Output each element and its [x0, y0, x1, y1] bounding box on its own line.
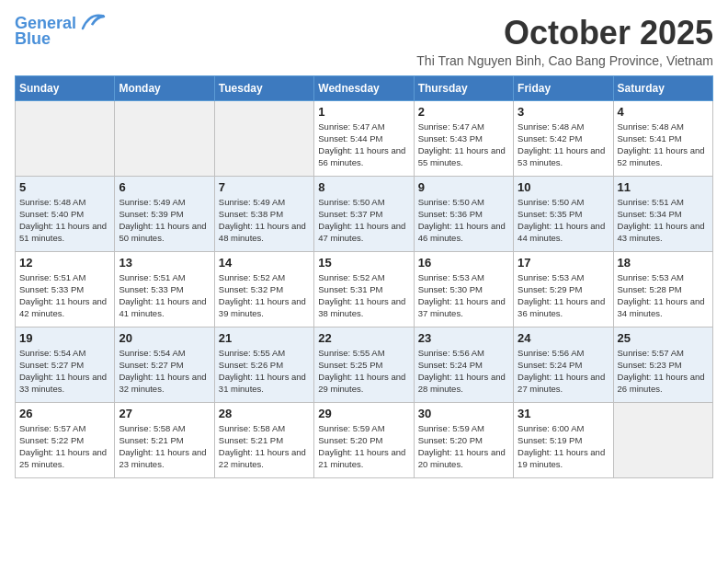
day-number: 26: [19, 407, 110, 420]
calendar-cell: 9Sunrise: 5:50 AM Sunset: 5:36 PM Daylig…: [414, 176, 513, 251]
day-header-wednesday: Wednesday: [314, 75, 414, 100]
week-row-3: 12Sunrise: 5:51 AM Sunset: 5:33 PM Dayli…: [16, 251, 713, 327]
day-number: 27: [119, 407, 210, 420]
calendar-cell: 20Sunrise: 5:54 AM Sunset: 5:27 PM Dayli…: [115, 327, 214, 402]
day-number: 10: [518, 180, 609, 194]
day-detail: Sunrise: 5:47 AM Sunset: 5:44 PM Dayligh…: [318, 121, 409, 169]
day-detail: Sunrise: 5:52 AM Sunset: 5:32 PM Dayligh…: [219, 271, 310, 320]
day-number: 12: [19, 256, 110, 270]
day-number: 29: [318, 407, 409, 420]
day-detail: Sunrise: 5:58 AM Sunset: 5:21 PM Dayligh…: [219, 422, 310, 471]
day-detail: Sunrise: 5:56 AM Sunset: 5:24 PM Dayligh…: [518, 347, 609, 396]
day-detail: Sunrise: 5:48 AM Sunset: 5:40 PM Dayligh…: [19, 196, 110, 245]
day-number: 1: [318, 105, 409, 119]
day-detail: Sunrise: 6:00 AM Sunset: 5:19 PM Dayligh…: [518, 422, 609, 471]
days-header-row: SundayMondayTuesdayWednesdayThursdayFrid…: [16, 75, 713, 100]
calendar-cell: 12Sunrise: 5:51 AM Sunset: 5:33 PM Dayli…: [16, 251, 115, 327]
day-number: 24: [518, 331, 609, 345]
day-detail: Sunrise: 5:48 AM Sunset: 5:41 PM Dayligh…: [618, 121, 709, 169]
day-detail: Sunrise: 5:55 AM Sunset: 5:25 PM Dayligh…: [318, 347, 409, 396]
calendar-cell: 16Sunrise: 5:53 AM Sunset: 5:30 PM Dayli…: [414, 251, 513, 327]
day-detail: Sunrise: 5:49 AM Sunset: 5:38 PM Dayligh…: [219, 196, 310, 245]
calendar-cell: 2Sunrise: 5:47 AM Sunset: 5:43 PM Daylig…: [414, 100, 513, 176]
calendar-table: SundayMondayTuesdayWednesdayThursdayFrid…: [15, 75, 713, 478]
logo-bird-icon: [78, 12, 106, 32]
day-detail: Sunrise: 5:54 AM Sunset: 5:27 PM Dayligh…: [119, 347, 210, 396]
day-header-thursday: Thursday: [414, 75, 513, 100]
calendar-cell: 18Sunrise: 5:53 AM Sunset: 5:28 PM Dayli…: [613, 251, 712, 327]
day-number: 18: [618, 256, 709, 270]
calendar-cell: 1Sunrise: 5:47 AM Sunset: 5:44 PM Daylig…: [314, 100, 414, 176]
calendar-cell: 30Sunrise: 5:59 AM Sunset: 5:20 PM Dayli…: [414, 402, 513, 477]
day-number: 31: [518, 407, 609, 420]
calendar-cell: 26Sunrise: 5:57 AM Sunset: 5:22 PM Dayli…: [16, 402, 115, 477]
logo-blue: Blue: [15, 29, 51, 49]
week-row-1: 1Sunrise: 5:47 AM Sunset: 5:44 PM Daylig…: [16, 100, 713, 176]
calendar-cell: 7Sunrise: 5:49 AM Sunset: 5:38 PM Daylig…: [214, 176, 313, 251]
calendar-cell: 24Sunrise: 5:56 AM Sunset: 5:24 PM Dayli…: [514, 327, 613, 402]
title-block: October 2025 Thi Tran Nguyen Binh, Cao B…: [106, 15, 713, 68]
day-detail: Sunrise: 5:58 AM Sunset: 5:21 PM Dayligh…: [119, 422, 210, 471]
day-number: 16: [418, 256, 509, 270]
day-number: 9: [418, 180, 509, 194]
logo: General Blue: [15, 15, 106, 49]
calendar-cell: 3Sunrise: 5:48 AM Sunset: 5:42 PM Daylig…: [514, 100, 613, 176]
calendar-cell: 23Sunrise: 5:56 AM Sunset: 5:24 PM Dayli…: [414, 327, 513, 402]
day-number: 22: [318, 331, 409, 345]
day-detail: Sunrise: 5:49 AM Sunset: 5:39 PM Dayligh…: [119, 196, 210, 245]
day-detail: Sunrise: 5:50 AM Sunset: 5:36 PM Dayligh…: [418, 196, 509, 245]
day-detail: Sunrise: 5:48 AM Sunset: 5:42 PM Dayligh…: [518, 121, 609, 169]
day-number: 20: [119, 331, 210, 345]
day-detail: Sunrise: 5:50 AM Sunset: 5:37 PM Dayligh…: [318, 196, 409, 245]
page-header: General Blue October 2025 Thi Tran Nguye…: [15, 15, 713, 68]
day-number: 19: [19, 331, 110, 345]
day-number: 21: [219, 331, 310, 345]
day-detail: Sunrise: 5:57 AM Sunset: 5:22 PM Dayligh…: [19, 422, 110, 471]
month-title: October 2025: [124, 15, 713, 52]
day-detail: Sunrise: 5:51 AM Sunset: 5:34 PM Dayligh…: [618, 196, 709, 245]
calendar-cell: 5Sunrise: 5:48 AM Sunset: 5:40 PM Daylig…: [16, 176, 115, 251]
day-header-tuesday: Tuesday: [214, 75, 313, 100]
calendar-cell: [613, 402, 712, 477]
calendar-cell: 25Sunrise: 5:57 AM Sunset: 5:23 PM Dayli…: [613, 327, 712, 402]
day-detail: Sunrise: 5:59 AM Sunset: 5:20 PM Dayligh…: [418, 422, 509, 471]
calendar-cell: 22Sunrise: 5:55 AM Sunset: 5:25 PM Dayli…: [314, 327, 414, 402]
calendar-cell: 11Sunrise: 5:51 AM Sunset: 5:34 PM Dayli…: [613, 176, 712, 251]
day-detail: Sunrise: 5:53 AM Sunset: 5:29 PM Dayligh…: [518, 271, 609, 320]
location-subtitle: Thi Tran Nguyen Binh, Cao Bang Province,…: [124, 53, 713, 68]
calendar-cell: 10Sunrise: 5:50 AM Sunset: 5:35 PM Dayli…: [514, 176, 613, 251]
calendar-cell: 4Sunrise: 5:48 AM Sunset: 5:41 PM Daylig…: [613, 100, 712, 176]
week-row-5: 26Sunrise: 5:57 AM Sunset: 5:22 PM Dayli…: [16, 402, 713, 477]
calendar-cell: 28Sunrise: 5:58 AM Sunset: 5:21 PM Dayli…: [214, 402, 313, 477]
day-number: 25: [618, 331, 709, 345]
day-number: 14: [219, 256, 310, 270]
day-header-friday: Friday: [514, 75, 613, 100]
calendar-cell: 17Sunrise: 5:53 AM Sunset: 5:29 PM Dayli…: [514, 251, 613, 327]
day-detail: Sunrise: 5:59 AM Sunset: 5:20 PM Dayligh…: [318, 422, 409, 471]
day-number: 23: [418, 331, 509, 345]
calendar-cell: [214, 100, 313, 176]
day-header-saturday: Saturday: [613, 75, 712, 100]
day-detail: Sunrise: 5:51 AM Sunset: 5:33 PM Dayligh…: [119, 271, 210, 320]
day-number: 15: [318, 256, 409, 270]
calendar-cell: 29Sunrise: 5:59 AM Sunset: 5:20 PM Dayli…: [314, 402, 414, 477]
calendar-cell: 6Sunrise: 5:49 AM Sunset: 5:39 PM Daylig…: [115, 176, 214, 251]
day-number: 13: [119, 256, 210, 270]
day-number: 28: [219, 407, 310, 420]
day-header-sunday: Sunday: [16, 75, 115, 100]
day-number: 4: [618, 105, 709, 119]
day-detail: Sunrise: 5:52 AM Sunset: 5:31 PM Dayligh…: [318, 271, 409, 320]
day-number: 11: [618, 180, 709, 194]
week-row-2: 5Sunrise: 5:48 AM Sunset: 5:40 PM Daylig…: [16, 176, 713, 251]
day-number: 5: [19, 180, 110, 194]
day-detail: Sunrise: 5:57 AM Sunset: 5:23 PM Dayligh…: [618, 347, 709, 396]
day-number: 8: [318, 180, 409, 194]
day-detail: Sunrise: 5:54 AM Sunset: 5:27 PM Dayligh…: [19, 347, 110, 396]
calendar-cell: [115, 100, 214, 176]
day-header-monday: Monday: [115, 75, 214, 100]
day-detail: Sunrise: 5:53 AM Sunset: 5:30 PM Dayligh…: [418, 271, 509, 320]
calendar-cell: 21Sunrise: 5:55 AM Sunset: 5:26 PM Dayli…: [214, 327, 313, 402]
calendar-cell: 8Sunrise: 5:50 AM Sunset: 5:37 PM Daylig…: [314, 176, 414, 251]
day-number: 17: [518, 256, 609, 270]
calendar-cell: [16, 100, 115, 176]
